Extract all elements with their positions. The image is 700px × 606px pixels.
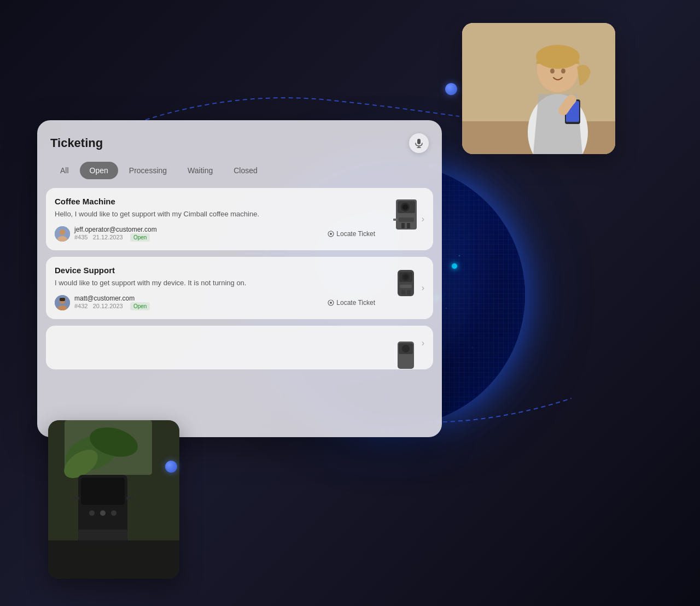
- ticket-card-partial[interactable]: Partial ›: [46, 326, 433, 369]
- tab-all[interactable]: All: [50, 162, 79, 179]
- ticket-1-email: jeff.operator@customer.com: [74, 226, 157, 233]
- coffee-machine-photo: [48, 420, 179, 579]
- svg-point-17: [330, 233, 332, 235]
- locate-icon-2: [328, 299, 334, 306]
- svg-rect-39: [401, 290, 405, 295]
- page-title: Ticketing: [50, 136, 103, 150]
- app-header: Ticketing: [37, 120, 442, 162]
- coffee-machine-photo-card: [48, 420, 179, 579]
- chevron-right-2: ›: [422, 283, 424, 293]
- svg-rect-38: [400, 285, 412, 288]
- ticket-1-info: Coffee Machine Hello, I would like to ge…: [55, 197, 380, 242]
- ticket-1-user: jeff.operator@customer.com #435 21.12.20…: [55, 226, 157, 242]
- ticket-2-footer: matt@customer.com #432 20.12.2023 Open: [55, 295, 380, 310]
- ticket-card-coffee-machine[interactable]: Coffee Machine Hello, I would like to ge…: [46, 188, 433, 250]
- person-photo: [462, 23, 615, 154]
- svg-point-37: [404, 275, 408, 279]
- ticket-2-image: [386, 266, 424, 304]
- tab-processing[interactable]: Processing: [119, 162, 177, 179]
- locate-ticket-2-button[interactable]: Locate Ticket: [323, 297, 380, 309]
- svg-rect-9: [417, 139, 421, 144]
- svg-point-23: [402, 204, 408, 210]
- svg-rect-57: [78, 529, 127, 540]
- avatar-matt: [55, 295, 70, 310]
- device-illustration: [388, 266, 423, 304]
- svg-point-54: [89, 510, 95, 516]
- ticket-2-info: Device Support I would like to get suppo…: [55, 266, 380, 310]
- person-photo-card: [462, 23, 615, 154]
- ticket-3-info: Partial: [55, 334, 380, 347]
- ticket-2-user-info: matt@customer.com #432 20.12.2023 Open: [74, 295, 150, 310]
- locate-ticket-1-button[interactable]: Locate Ticket: [323, 228, 380, 240]
- ticketing-app-card: Ticketing All Open Processing Waiting Cl…: [37, 120, 442, 437]
- ticket-1-meta: #435 21.12.2023 Open: [74, 233, 157, 242]
- mic-icon: [414, 138, 424, 148]
- svg-point-56: [111, 510, 116, 516]
- ticket-1-title: Coffee Machine: [55, 197, 380, 206]
- svg-point-33: [330, 302, 332, 304]
- svg-point-5: [550, 69, 555, 74]
- ticket-1-user-info: jeff.operator@customer.com #435 21.12.20…: [74, 226, 157, 242]
- ticket-2-email: matt@customer.com: [74, 295, 150, 302]
- avatar-jeff: [55, 226, 70, 242]
- tab-closed[interactable]: Closed: [224, 162, 267, 179]
- svg-point-43: [402, 345, 410, 352]
- connection-dot-bottom: [165, 461, 177, 473]
- filter-tabs: All Open Processing Waiting Closed: [37, 162, 442, 179]
- ticket-2-desc: I would like to get support with my devi…: [55, 278, 380, 288]
- tab-open[interactable]: Open: [80, 162, 118, 179]
- svg-point-6: [561, 69, 565, 74]
- chevron-right-1: ›: [422, 214, 424, 224]
- coffee-machine-scene: [48, 420, 179, 579]
- svg-rect-40: [407, 290, 411, 295]
- ticket-3-image: [386, 337, 424, 369]
- svg-rect-58: [73, 497, 79, 499]
- svg-point-15: [60, 230, 65, 235]
- ticket-2-title: Device Support: [55, 266, 380, 275]
- locate-icon: [328, 231, 334, 237]
- svg-rect-26: [407, 223, 410, 228]
- ticket-2-user: matt@customer.com #432 20.12.2023 Open: [55, 295, 150, 310]
- svg-rect-24: [399, 217, 414, 222]
- ticket-2-meta: #432 20.12.2023 Open: [74, 302, 150, 310]
- svg-point-55: [100, 510, 106, 516]
- svg-rect-49: [48, 540, 179, 579]
- svg-rect-51: [81, 478, 125, 505]
- svg-rect-27: [393, 219, 398, 221]
- chevron-right-3: ›: [422, 338, 424, 348]
- svg-rect-31: [60, 298, 65, 301]
- ticket-3-device-illustration: [388, 339, 423, 370]
- connection-dot-top: [445, 83, 457, 95]
- coffee-machine-illustration: [388, 197, 423, 235]
- ticket-card-device-support[interactable]: Device Support I would like to get suppo…: [46, 257, 433, 319]
- tickets-list: Coffee Machine Hello, I would like to ge…: [37, 188, 442, 369]
- ticket-1-image: [386, 197, 424, 235]
- tab-waiting[interactable]: Waiting: [178, 162, 223, 179]
- svg-rect-59: [126, 497, 133, 499]
- ticket-1-footer: jeff.operator@customer.com #435 21.12.20…: [55, 226, 380, 242]
- ticket-1-desc: Hello, I would like to get support with …: [55, 209, 380, 219]
- svg-rect-25: [401, 223, 405, 228]
- mic-button[interactable]: [409, 133, 429, 153]
- globe-point-3: [452, 263, 457, 269]
- person-illustration: [462, 23, 615, 154]
